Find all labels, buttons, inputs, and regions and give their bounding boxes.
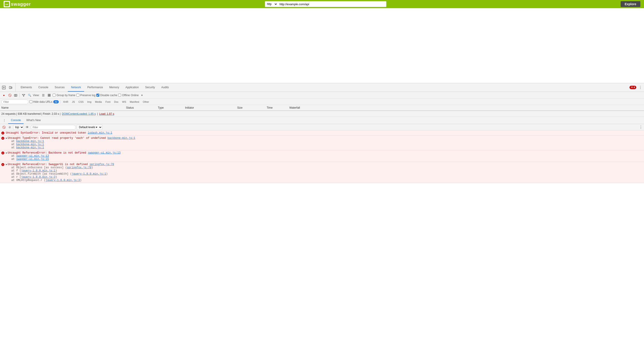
error-4-link-3[interactable]: jquery-1.8.0.min.js:1: [72, 172, 106, 176]
swagger-logo-area: SW swagger: [4, 1, 31, 7]
disable-cache-label[interactable]: Disable cache: [96, 94, 117, 97]
error-3-source[interactable]: swagger-ui.min.js:13: [88, 151, 121, 154]
console-pause-icon[interactable]: ⊘: [7, 125, 12, 130]
tab-network[interactable]: Network: [68, 83, 84, 92]
console-scroll-button[interactable]: ⋮: [639, 125, 643, 129]
col-waterfall[interactable]: Waterfall: [289, 106, 643, 109]
filter-input[interactable]: [1, 100, 28, 104]
explore-button[interactable]: Explore: [621, 1, 640, 7]
svg-point-6: [15, 95, 16, 96]
tab-application[interactable]: Application: [122, 83, 142, 92]
svg-rect-4: [11, 87, 12, 88]
col-size[interactable]: Size: [237, 106, 267, 109]
filter-css[interactable]: CSS: [77, 100, 85, 104]
url-protocol-select[interactable]: http https: [265, 1, 278, 7]
filter-ws[interactable]: WS: [121, 100, 128, 104]
filter-button[interactable]: [21, 93, 26, 98]
offline-label[interactable]: Offline: [118, 94, 130, 97]
search-button[interactable]: 🔍: [27, 93, 32, 98]
camera-button[interactable]: [13, 93, 18, 98]
hide-data-urls-label[interactable]: Hide data URLs: [30, 100, 52, 104]
error-3-text: Uncaught ReferenceError: Backbone is not…: [8, 151, 86, 154]
filter-img[interactable]: Img: [86, 100, 93, 104]
network-throttle-dropdown[interactable]: ▾: [140, 93, 144, 98]
preserve-log-label[interactable]: Preserve log: [76, 94, 96, 97]
filter-doc[interactable]: Doc: [113, 100, 120, 104]
filter-input-wrap: [1, 100, 28, 104]
devtools-menu-button[interactable]: ⋮: [638, 85, 643, 90]
filter-js[interactable]: JS: [70, 100, 76, 104]
error-3-sub-1: at swagger-ui.min.js:13: [6, 154, 643, 158]
svg-rect-12: [48, 96, 49, 96]
error-2-link-3[interactable]: backbone-min.js:1: [16, 146, 44, 149]
error-4-link-1[interactable]: springfox.js:70: [67, 166, 92, 169]
inspect-element-icon[interactable]: [1, 84, 7, 90]
error-4-link-2[interactable]: jquery-1.8.0.min.js:1: [21, 169, 55, 172]
console-level-select[interactable]: Default levels ▾: [77, 125, 102, 130]
url-input[interactable]: [278, 1, 386, 7]
expand-arrow-2[interactable]: ▶: [6, 137, 7, 140]
console-tab-console[interactable]: Console: [8, 117, 24, 124]
device-toolbar-icon[interactable]: [8, 84, 14, 90]
load-link[interactable]: Load: 1.97 s: [99, 112, 114, 116]
console-panel-icon[interactable]: ⋮: [1, 118, 7, 124]
error-icon-3: ✕: [1, 152, 5, 154]
filter-xhr[interactable]: XHR: [62, 100, 70, 104]
error-icon-4: ✕: [1, 163, 5, 166]
console-error-2: ✕ ▶ Uncaught TypeError: Cannot read prop…: [0, 136, 644, 150]
filter-manifest[interactable]: Manifest: [128, 100, 140, 104]
group-by-frame-label[interactable]: Group by frame: [52, 94, 75, 97]
tab-elements[interactable]: Elements: [18, 83, 35, 92]
expand-arrow-3[interactable]: ▶: [6, 152, 7, 154]
error-3-sub-2: at swagger-ui.min.js:15: [6, 158, 643, 161]
console-filter-input[interactable]: [30, 125, 76, 130]
tab-memory[interactable]: Memory: [106, 83, 122, 92]
swagger-logo-icon: SW: [4, 1, 10, 7]
tab-security[interactable]: Security: [142, 83, 158, 92]
group-by-frame-checkbox[interactable]: [52, 94, 56, 96]
filter-other[interactable]: Other: [142, 100, 150, 104]
tab-audits[interactable]: Audits: [158, 83, 172, 92]
filter-media[interactable]: Media: [94, 100, 103, 104]
console-error-4: ✕ ▶ Uncaught ReferenceError: SwaggerUi i…: [0, 162, 644, 183]
error-3-link-1[interactable]: swagger-ui.min.js:13: [16, 154, 49, 158]
main-content: [0, 8, 644, 83]
view-grid-icon[interactable]: [47, 93, 52, 98]
error-1-source[interactable]: lodash.min.js:1: [88, 131, 112, 134]
network-filter-bar: Hide data URLs All XHR JS CSS Img Media …: [0, 99, 644, 105]
record-button[interactable]: ●: [1, 93, 6, 98]
filter-font[interactable]: Font: [104, 100, 112, 104]
error-2-source[interactable]: backbone-min.js:1: [108, 136, 135, 140]
col-status[interactable]: Status: [126, 106, 158, 109]
filter-all[interactable]: All: [53, 100, 59, 104]
error-4-link-5[interactable]: jquery-1.8.0.min.js:3: [46, 179, 80, 182]
error-2-link-1[interactable]: backbone-min.js:1: [16, 140, 44, 143]
offline-checkbox[interactable]: [118, 94, 121, 96]
tab-sources[interactable]: Sources: [52, 83, 68, 92]
col-time[interactable]: Time: [267, 106, 289, 109]
col-type[interactable]: Type: [158, 106, 185, 109]
error-4-source[interactable]: springfox.js:70: [90, 163, 114, 166]
dom-content-loaded-link[interactable]: DOMContentLoaded: 1.85 s: [62, 112, 96, 116]
error-3-link-2[interactable]: swagger-ui.min.js:15: [16, 158, 49, 161]
error-4-link-4[interactable]: jquery-1.8.0.min.js:3: [21, 176, 55, 179]
col-initiator[interactable]: Initiator: [185, 106, 237, 109]
clear-button[interactable]: 🚫: [7, 93, 12, 98]
console-error-3: ✕ ▶ Uncaught ReferenceError: Backbone is…: [0, 150, 644, 162]
disable-cache-checkbox[interactable]: [96, 94, 99, 96]
console-error-1: ✕ Uncaught SyntaxError: Invalid or unexp…: [0, 130, 644, 136]
console-clear-icon[interactable]: 🚫: [1, 125, 6, 130]
tab-performance[interactable]: Performance: [84, 83, 106, 92]
preserve-log-checkbox[interactable]: [76, 94, 79, 96]
console-context-select[interactable]: top: [13, 125, 24, 130]
svg-rect-3: [9, 86, 11, 89]
expand-arrow-4[interactable]: ▶: [6, 163, 7, 166]
console-eye-button[interactable]: 👁: [25, 125, 30, 130]
console-tab-whats-new[interactable]: What's New: [24, 117, 44, 124]
error-2-link-2[interactable]: backbone-min.js:1: [16, 143, 44, 146]
view-list-icon[interactable]: [41, 93, 46, 98]
hide-data-urls-checkbox[interactable]: [30, 100, 32, 103]
tab-console[interactable]: Console: [35, 83, 52, 92]
url-bar-container: http https: [34, 1, 618, 7]
col-name[interactable]: Name: [1, 106, 126, 109]
